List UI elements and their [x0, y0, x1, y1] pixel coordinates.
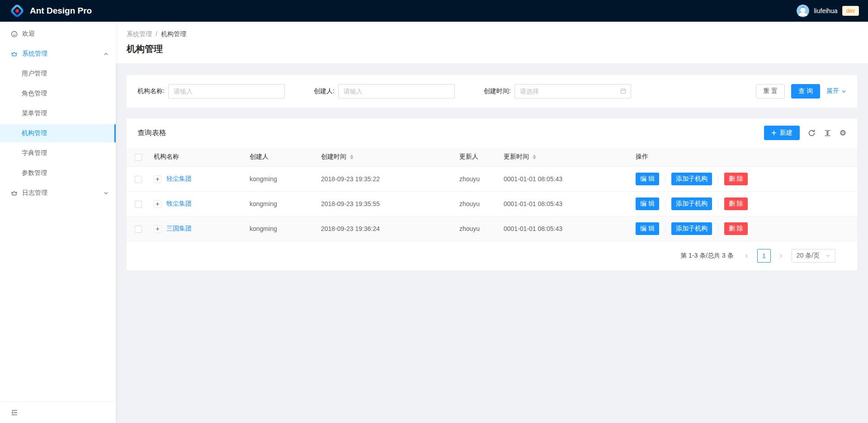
plus-icon	[771, 130, 777, 136]
cell-updater: zhouyu	[456, 167, 500, 192]
chevron-down-icon	[826, 254, 830, 258]
form-item-creator: 创建人:	[314, 84, 455, 99]
cell-updater: zhouyu	[456, 216, 500, 241]
sidebar-group-label: 系统管理	[22, 50, 47, 58]
user-menu[interactable]: liufeihua dev	[797, 5, 861, 17]
cell-creator: kongming	[246, 216, 317, 241]
col-header-name: 机构名称	[150, 147, 246, 167]
sidebar: 欢迎 系统管理 用户管理 角色管理 菜单管理 机构管理 字典管理	[0, 22, 116, 423]
reload-icon[interactable]	[808, 129, 816, 137]
add-child-org-button[interactable]: 添加子机构	[671, 222, 712, 235]
sidebar-item-dict-mgmt[interactable]: 字典管理	[0, 144, 116, 162]
select-all-checkbox[interactable]	[135, 154, 142, 161]
chevron-down-icon	[104, 191, 108, 196]
expand-row-icon[interactable]	[154, 225, 161, 233]
expand-row-icon[interactable]	[154, 200, 161, 208]
cell-created-at: 2018-09-23 19:35:22	[317, 167, 456, 192]
creator-input[interactable]	[338, 84, 455, 99]
page-header: 系统管理 / 机构管理 机构管理	[116, 22, 868, 63]
row-checkbox[interactable]	[135, 201, 142, 208]
sidebar-item-param-mgmt[interactable]: 参数管理	[0, 164, 116, 182]
col-header-updated[interactable]: 更新时间	[500, 147, 632, 167]
new-button[interactable]: 新建	[764, 126, 800, 140]
org-name-input[interactable]	[168, 84, 285, 99]
app-logo[interactable]: Ant Design Pro	[10, 4, 92, 18]
sidebar-item-org-mgmt[interactable]: 机构管理	[0, 124, 116, 142]
query-table-card: 查询表格 新建	[127, 118, 857, 270]
settings-gear-icon[interactable]: ⚙	[840, 129, 846, 137]
edit-button[interactable]: 编 辑	[636, 222, 659, 235]
form-item-org-name: 机构名称:	[137, 84, 285, 99]
cell-updated-at: 0001-01-01 08:05:43	[500, 192, 632, 216]
cell-updater: zhouyu	[456, 192, 500, 216]
sidebar-item-user-mgmt[interactable]: 用户管理	[0, 65, 116, 83]
sidebar-collapse-trigger[interactable]	[0, 401, 116, 423]
reset-button[interactable]: 重 置	[756, 84, 785, 99]
query-button[interactable]: 查 询	[791, 84, 820, 99]
crown-icon	[11, 51, 18, 57]
form-item-created-time: 创建时间:	[484, 84, 631, 99]
breadcrumb: 系统管理 / 机构管理	[127, 29, 857, 39]
divider	[665, 226, 665, 232]
pagination-page-1[interactable]: 1	[757, 249, 771, 263]
page-title: 机构管理	[127, 42, 857, 55]
org-name-label: 机构名称:	[137, 87, 165, 95]
breadcrumb-current: 机构管理	[161, 29, 186, 39]
creator-label: 创建人:	[314, 87, 335, 95]
expand-row-icon[interactable]	[154, 175, 161, 183]
created-time-datepicker[interactable]	[514, 84, 631, 99]
cell-created-at: 2018-09-23 19:36:24	[317, 216, 456, 241]
row-checkbox[interactable]	[135, 226, 142, 233]
edit-button[interactable]: 编 辑	[636, 173, 659, 185]
pagination-prev-button[interactable]	[740, 249, 754, 263]
org-name-link[interactable]: 轻尘集团	[166, 175, 192, 183]
org-name-link[interactable]: 三国集团	[166, 225, 192, 233]
sidebar-item-label: 参数管理	[22, 169, 47, 177]
add-child-org-button[interactable]: 添加子机构	[671, 197, 712, 210]
col-header-updater: 更新人	[456, 147, 500, 167]
cell-created-at: 2018-09-23 19:35:55	[317, 192, 456, 216]
divider	[665, 201, 665, 207]
menu-fold-icon	[11, 409, 18, 416]
density-icon[interactable]	[824, 129, 831, 137]
created-time-label: 创建时间:	[484, 87, 511, 95]
org-table: 机构名称 创建人 创建时间 更新人 更新时间 操作	[127, 147, 857, 241]
pagination-next-button[interactable]	[774, 249, 788, 263]
sidebar-group-system[interactable]: 系统管理	[0, 45, 116, 63]
smile-icon	[11, 31, 18, 38]
delete-button[interactable]: 删 除	[724, 197, 748, 210]
table-card-title: 查询表格	[137, 128, 166, 138]
edit-button[interactable]: 编 辑	[636, 197, 659, 210]
ant-design-logo-icon	[10, 4, 24, 18]
divider	[718, 226, 718, 232]
delete-button[interactable]: 删 除	[724, 173, 748, 185]
col-header-creator: 创建人	[246, 147, 317, 167]
crown-icon	[11, 190, 18, 197]
org-name-link[interactable]: 牧尘集团	[166, 200, 192, 208]
sidebar-item-welcome[interactable]: 欢迎	[0, 25, 116, 43]
sidebar-item-menu-mgmt[interactable]: 菜单管理	[0, 104, 116, 122]
row-checkbox[interactable]	[135, 176, 142, 183]
add-child-org-button[interactable]: 添加子机构	[671, 173, 712, 185]
sidebar-item-label: 用户管理	[22, 70, 47, 78]
sidebar-item-role-mgmt[interactable]: 角色管理	[0, 85, 116, 103]
sidebar-group-log[interactable]: 日志管理	[0, 184, 116, 202]
table-row: 牧尘集团 kongming 2018-09-23 19:35:55 zhouyu…	[127, 192, 857, 216]
top-bar: Ant Design Pro liufeihua dev	[0, 0, 868, 22]
new-button-label: 新建	[780, 129, 793, 137]
user-avatar	[797, 5, 809, 17]
breadcrumb-parent[interactable]: 系统管理	[127, 29, 152, 39]
pagination-total: 第 1-3 条/总共 3 条	[680, 252, 733, 260]
divider	[718, 201, 718, 207]
table-header-row: 机构名称 创建人 创建时间 更新人 更新时间 操作	[127, 147, 857, 167]
table-row: 轻尘集团 kongming 2018-09-23 19:35:22 zhouyu…	[127, 167, 857, 192]
username: liufeihua	[814, 7, 837, 14]
page-size-value: 20 条/页	[797, 252, 820, 260]
table-row: 三国集团 kongming 2018-09-23 19:36:24 zhouyu…	[127, 216, 857, 241]
expand-form-link[interactable]: 展开	[826, 87, 846, 95]
col-header-created[interactable]: 创建时间	[317, 147, 456, 167]
delete-button[interactable]: 删 除	[724, 222, 748, 235]
table-toolbar: 查询表格 新建	[127, 118, 857, 147]
page-size-select[interactable]: 20 条/页	[792, 249, 835, 263]
pagination: 第 1-3 条/总共 3 条 1 20 条/页	[127, 241, 846, 270]
